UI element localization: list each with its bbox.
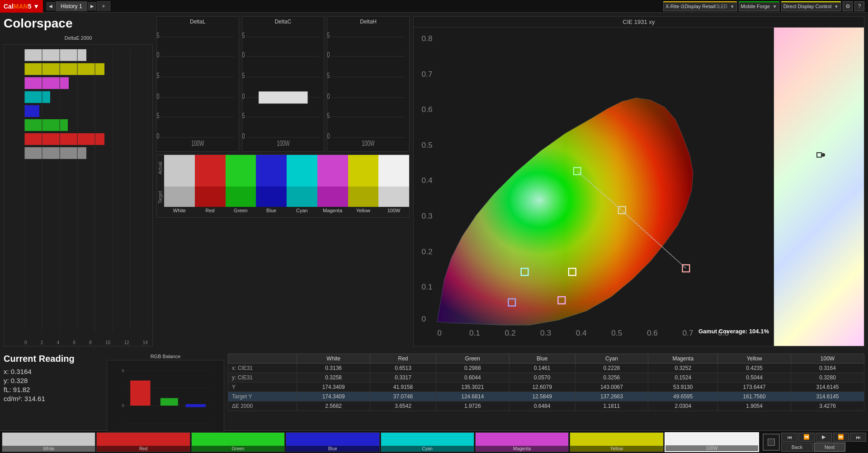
footer-swatch-white[interactable]: White	[2, 432, 95, 452]
swatch-cyan: Cyan	[287, 155, 317, 217]
swatch-green-target	[226, 187, 256, 207]
delta-h-svg: 15 10 5 0 -5 -10 100W	[327, 25, 409, 146]
tab-prev-button[interactable]: ◀	[47, 2, 55, 10]
nav-play-icon[interactable]: ▶	[816, 433, 832, 442]
record-controls-row: ⏮ ⏪ ▶ ⏩ ⏭ Back Next	[763, 433, 866, 452]
nav-next-icon[interactable]: ⏩	[833, 433, 849, 442]
cell-Y-magenta: 53.9130	[648, 382, 718, 392]
svg-text:10: 10	[327, 51, 330, 59]
footer-swatch-green[interactable]: Green	[191, 432, 285, 452]
swatch-magenta-actual	[317, 155, 348, 187]
inset-point-1	[816, 152, 822, 158]
svg-text:0.1: 0.1	[469, 328, 480, 337]
cell-de-green: 1.9726	[436, 401, 509, 411]
tab-next-button[interactable]: ▶	[88, 2, 96, 10]
nav-prev-icon[interactable]: ⏪	[798, 433, 815, 442]
directdisplay-selector[interactable]: Direct Display Control ▼	[781, 1, 841, 11]
delta-l-chart: DeltaL 15 10 5 0 -5	[156, 16, 239, 152]
cell-ty-white: 174.3409	[297, 392, 370, 401]
mobileforge-selector[interactable]: Mobile Forge ▼	[739, 1, 779, 11]
swatch-yellow-actual	[348, 155, 379, 187]
tab-area: ◀ History 1 ▶ +	[45, 1, 663, 11]
next-button[interactable]: Next	[814, 443, 845, 452]
svg-text:5: 5	[157, 72, 160, 80]
svg-text:0.2: 0.2	[422, 247, 433, 256]
svg-text:0: 0	[157, 93, 160, 101]
xrite-arrow-icon: ▼	[730, 4, 735, 9]
cell-de-red: 3.6542	[370, 401, 436, 411]
svg-rect-83	[130, 380, 151, 406]
record-stop-icon[interactable]	[763, 434, 780, 451]
col-header-magenta: Magenta	[648, 354, 718, 363]
footer-swatch-red[interactable]: Red	[96, 432, 190, 452]
cell-Y-green: 135.3021	[436, 382, 509, 392]
cell-y-red: 0.3317	[370, 373, 436, 382]
actual-label: Actual	[158, 162, 163, 174]
svg-rect-84	[160, 398, 178, 406]
colorspace-title: Colorspace	[4, 16, 153, 31]
cell-ty-green: 124.6814	[436, 392, 509, 401]
svg-text:-5: -5	[327, 112, 330, 120]
swatch-green-label: Green	[226, 207, 256, 214]
delta-l-svg: 15 10 5 0 -5 -10 100W	[157, 25, 239, 146]
cell-ty-magenta: 49.6595	[648, 392, 718, 401]
cell-Y-red: 41.9158	[370, 382, 436, 392]
swatch-cyan-target	[287, 187, 317, 207]
swatch-red-label: Red	[195, 207, 226, 214]
footer-swatch-magenta-label: Magenta	[476, 446, 568, 452]
row-label-x: x: CIE31	[228, 363, 297, 373]
nav-rewind-icon[interactable]: ⏮	[781, 433, 797, 442]
inset-point-2	[821, 153, 825, 157]
cell-ty-yellow: 161.7560	[718, 392, 791, 401]
swatch-100w: 100W	[378, 155, 409, 217]
delta-h-chart: DeltaH 15 10 5 0 -5 -10 100	[327, 16, 410, 152]
svg-text:5: 5	[327, 72, 330, 80]
svg-text:0: 0	[422, 314, 426, 323]
nav-row-2: Back Next	[781, 443, 866, 452]
svg-text:0.5: 0.5	[422, 140, 433, 149]
x-axis-labels: 0 2 4 6 8 10 12 14	[24, 340, 148, 345]
cell-y-green: 0.6044	[436, 373, 509, 382]
topbar: CalMAN 5 ▼ ◀ History 1 ▶ + X-Rite i1Disp…	[0, 0, 868, 13]
data-table-container: White Red Green Blue Cyan Magenta Yellow…	[228, 354, 864, 441]
swatch-magenta: Magenta	[317, 155, 348, 217]
xrite-selector[interactable]: X-Rite i1Display Retail OLED ▼	[663, 1, 737, 11]
swatch-100w-label: 100W	[378, 207, 409, 214]
tab-history1[interactable]: History 1	[56, 1, 87, 11]
swatch-100w-target	[378, 187, 409, 207]
delta-c-svg: 15 10 5 0 -5 -10 100W	[242, 25, 324, 146]
nav-ffwd-icon[interactable]: ⏭	[850, 433, 866, 442]
cell-ty-cyan: 137.2663	[575, 392, 648, 401]
svg-text:-10: -10	[242, 132, 245, 140]
row-label-Y: Y	[228, 382, 297, 392]
footer-swatch-blue-label: Blue	[286, 446, 379, 452]
col-header-yellow: Yellow	[718, 354, 791, 363]
footer-swatch-cyan[interactable]: Cyan	[381, 432, 474, 452]
svg-text:100W: 100W	[191, 140, 204, 146]
cie-content: 0.8 0.7 0.6 0.5 0.4 0.3 0.2 0.1 0 0 0.1 …	[414, 28, 864, 346]
back-button[interactable]: Back	[781, 443, 813, 452]
cell-x-yellow: 0.4235	[718, 363, 791, 373]
cell-Y-cyan: 143.0067	[575, 382, 648, 392]
svg-text:15: 15	[242, 32, 245, 40]
tab-add[interactable]: +	[97, 1, 110, 11]
settings-icon[interactable]: ⚙	[843, 1, 853, 11]
footer-swatch-magenta[interactable]: Magenta	[475, 432, 569, 452]
footer-swatch-blue[interactable]: Blue	[286, 432, 379, 452]
footer-swatch-100w[interactable]: 100W	[665, 432, 759, 452]
delta-c-chart: DeltaC 15 10 5 0 -5 -10	[242, 16, 325, 152]
swatch-yellow-target	[348, 187, 379, 207]
rgb-balance-chart: 5 0 -5 100W	[107, 360, 224, 441]
cie-chart-svg: 0.8 0.7 0.6 0.5 0.4 0.3 0.2 0.1 0 0 0.1 …	[416, 30, 771, 344]
cell-y-yellow: 0.5044	[718, 373, 791, 382]
table-row: y: CIE31 0.3258 0.3317 0.6044 0.0570 0.3…	[228, 373, 864, 382]
footer-swatch-yellow[interactable]: Yellow	[570, 432, 663, 452]
cell-ty-blue: 12.5849	[509, 392, 575, 401]
help-icon[interactable]: ?	[854, 1, 864, 11]
svg-text:10: 10	[157, 51, 160, 59]
deltae-label: DeltaE 2000	[4, 35, 153, 41]
svg-text:100W: 100W	[277, 140, 289, 146]
cie-panel: CIE 1931 xy 0.8 0.7 0.6 0.5 0.4 0.3 0.2 …	[413, 16, 864, 346]
col-header-white: White	[297, 354, 370, 363]
swatch-green-actual	[226, 155, 256, 187]
